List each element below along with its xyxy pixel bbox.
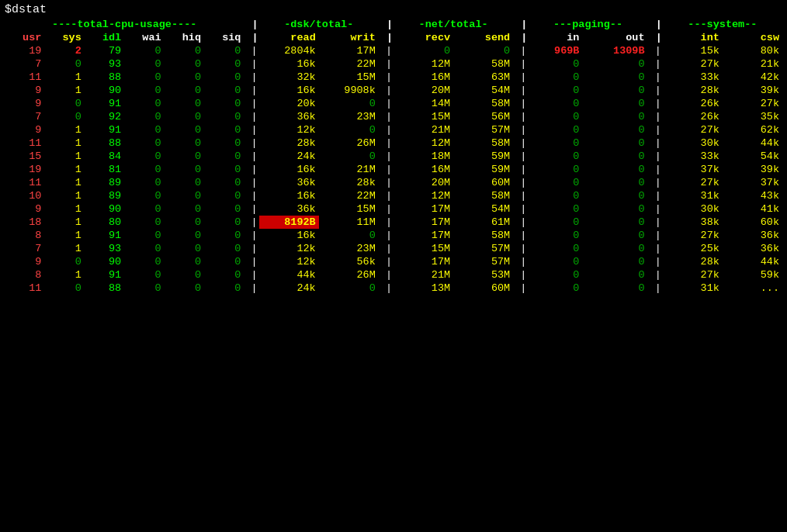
data-cell: 0 xyxy=(124,242,164,255)
data-cell: 20M xyxy=(394,176,453,189)
system-section-header: ---system-- xyxy=(663,18,782,31)
data-cell: 61M xyxy=(453,216,513,229)
data-cell: 41k xyxy=(723,202,782,216)
data-cell: 0 xyxy=(204,216,244,229)
data-cell: 9 xyxy=(5,255,44,268)
col-siq: siq xyxy=(204,31,244,44)
table-row: 19181000|16k21M|16M59M|00|37k39k xyxy=(5,163,782,176)
pipe-separator: | xyxy=(648,282,663,295)
data-cell: 80k xyxy=(723,44,782,57)
data-cell: 0 xyxy=(204,163,244,176)
data-cell: 0 xyxy=(204,150,244,163)
pipe-separator: | xyxy=(513,57,528,71)
data-cell: 0 xyxy=(528,255,582,268)
data-cell: 56k xyxy=(319,255,379,268)
data-cell: 0 xyxy=(165,255,204,268)
pipe-separator: | xyxy=(244,110,258,123)
data-cell: 0 xyxy=(204,268,244,282)
data-cell: 21M xyxy=(394,268,453,282)
command-title: $dstat xyxy=(5,3,782,16)
table-row: 9190000|36k15M|17M54M|00|30k41k xyxy=(5,202,782,216)
data-cell: 88 xyxy=(85,71,124,84)
data-cell: 88 xyxy=(85,282,124,295)
data-cell: 57M xyxy=(453,255,513,268)
data-cell: 0 xyxy=(204,57,244,71)
pipe-separator: | xyxy=(379,202,394,216)
pipe-separator: | xyxy=(244,216,258,229)
pipe-separator: | xyxy=(379,97,394,110)
data-cell: 22M xyxy=(319,57,379,71)
data-cell: 0 xyxy=(204,123,244,136)
data-cell: 39k xyxy=(723,84,782,97)
pipe-separator: | xyxy=(648,97,663,110)
pipe-separator: | xyxy=(513,242,528,255)
data-cell: 27k xyxy=(663,229,723,242)
data-cell: 56M xyxy=(453,110,513,123)
data-cell: 0 xyxy=(165,202,204,216)
data-cell: 20M xyxy=(394,84,453,97)
data-cell: 1 xyxy=(44,216,84,229)
data-cell: 0 xyxy=(528,150,582,163)
data-cell: 27k xyxy=(663,123,723,136)
data-cell: 0 xyxy=(204,136,244,150)
data-cell: 17M xyxy=(394,216,453,229)
pipe-separator: | xyxy=(513,71,528,84)
data-cell: 16M xyxy=(394,71,453,84)
data-cell: 0 xyxy=(165,268,204,282)
data-cell: 0 xyxy=(204,282,244,295)
table-row: 10189000|16k22M|12M58M|00|31k43k xyxy=(5,189,782,202)
col-in: in xyxy=(528,31,582,44)
pipe-separator: | xyxy=(648,176,663,189)
data-cell: 12k xyxy=(259,242,319,255)
data-cell: 7 xyxy=(5,57,44,71)
data-cell: 0 xyxy=(528,136,582,150)
pipe-separator: | xyxy=(513,216,528,229)
data-cell: 0 xyxy=(165,71,204,84)
pipe-separator: | xyxy=(648,242,663,255)
data-cell: 31k xyxy=(663,282,723,295)
data-cell: 0 xyxy=(165,150,204,163)
data-cell: 1309B xyxy=(582,44,647,57)
pipe-separator: | xyxy=(648,57,663,71)
data-cell: 59k xyxy=(723,268,782,282)
col-sys: sys xyxy=(44,31,84,44)
data-cell: 0 xyxy=(528,123,582,136)
pipe-separator: | xyxy=(648,163,663,176)
data-cell: 11 xyxy=(5,282,44,295)
data-cell: 26k xyxy=(663,97,723,110)
data-cell: 0 xyxy=(319,150,379,163)
pipe-separator: | xyxy=(379,163,394,176)
data-cell: 0 xyxy=(165,110,204,123)
col-recv: recv xyxy=(394,31,453,44)
data-cell: 0 xyxy=(124,255,164,268)
table-row: 11189000|36k28k|20M60M|00|27k37k xyxy=(5,176,782,189)
pipe-separator: | xyxy=(648,255,663,268)
data-cell: 0 xyxy=(124,84,164,97)
pipe-separator: | xyxy=(244,202,258,216)
data-cell: 36k xyxy=(723,242,782,255)
pipe-separator: | xyxy=(648,216,663,229)
pipe-separator: | xyxy=(244,150,258,163)
data-cell: 58M xyxy=(453,136,513,150)
data-cell: 0 xyxy=(165,163,204,176)
table-row: 9190000|16k9908k|20M54M|00|28k39k xyxy=(5,84,782,97)
data-cell: 0 xyxy=(582,242,647,255)
pipe-separator: | xyxy=(379,229,394,242)
data-cell: 0 xyxy=(44,255,84,268)
data-cell: 0 xyxy=(124,110,164,123)
data-cell: 0 xyxy=(528,71,582,84)
table-row: 11188000|32k15M|16M63M|00|33k42k xyxy=(5,71,782,84)
data-cell: 54k xyxy=(723,150,782,163)
data-cell: 20k xyxy=(259,97,319,110)
data-cell: 0 xyxy=(582,255,647,268)
data-cell: 27k xyxy=(663,268,723,282)
data-cell: 60M xyxy=(453,282,513,295)
data-cell: 26M xyxy=(319,268,379,282)
data-cell: 88 xyxy=(85,136,124,150)
data-cell: 14M xyxy=(394,97,453,110)
pipe-separator: | xyxy=(379,150,394,163)
data-cell: 53M xyxy=(453,268,513,282)
data-cell: 1 xyxy=(44,202,84,216)
data-cell: 0 xyxy=(528,268,582,282)
data-cell: 62k xyxy=(723,123,782,136)
